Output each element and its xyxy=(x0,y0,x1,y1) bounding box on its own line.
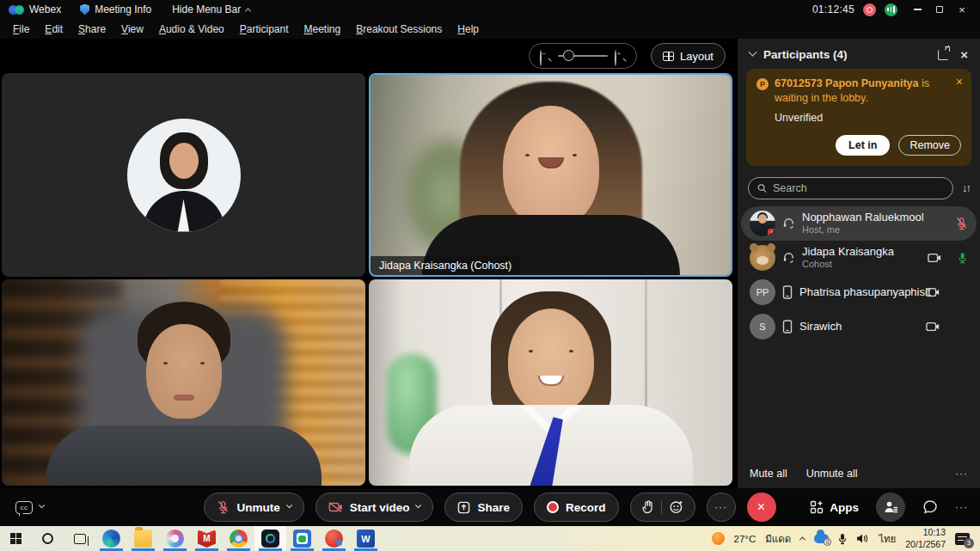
closed-captions-icon: cc xyxy=(15,501,33,514)
participant-role: Host, me xyxy=(802,224,924,236)
reactions-button[interactable] xyxy=(662,500,691,514)
more-panels-icon[interactable]: ··· xyxy=(955,501,968,513)
video-tile-sirawich[interactable] xyxy=(2,279,365,486)
menu-view[interactable]: View xyxy=(113,21,151,38)
popout-panel-icon[interactable] xyxy=(938,50,948,60)
weather-sun-icon[interactable] xyxy=(712,532,725,545)
collapse-panel-icon[interactable] xyxy=(749,48,757,57)
chevron-down-icon[interactable] xyxy=(39,502,45,508)
line-app-icon xyxy=(293,530,311,548)
taskbar-line[interactable] xyxy=(286,526,318,551)
participant-row-jidapa[interactable]: Jidapa Kraisangka Cohost xyxy=(741,241,977,275)
mute-all-button[interactable]: Mute all xyxy=(750,468,787,480)
unmute-button[interactable]: Unmute xyxy=(204,493,303,522)
tray-mic-icon[interactable] xyxy=(838,533,847,545)
avatar: PP xyxy=(750,279,775,305)
more-options-icon: ··· xyxy=(714,501,727,513)
maximize-button[interactable] xyxy=(928,0,951,19)
mic-active-icon[interactable] xyxy=(957,251,968,265)
leave-meeting-button[interactable]: × xyxy=(747,493,776,522)
search-icon xyxy=(757,183,767,193)
record-button[interactable]: Record xyxy=(534,493,619,522)
layout-label: Layout xyxy=(680,50,714,63)
app-title: Webex xyxy=(29,3,61,15)
apps-grid-icon xyxy=(810,500,824,514)
share-button[interactable]: Share xyxy=(444,493,523,522)
video-tile-jidapa-active[interactable]: Jidapa Kraisangka (Cohost) xyxy=(369,73,732,277)
participant-row-phatrisa[interactable]: PP Phatrisa phasupanyaphisit xyxy=(741,275,977,309)
action-center-icon[interactable]: 3 xyxy=(955,533,970,545)
taskbar-chrome[interactable] xyxy=(223,526,254,551)
camera-on-icon[interactable] xyxy=(926,287,940,297)
search-box[interactable] xyxy=(748,177,953,199)
tray-date: 20/1/2567 xyxy=(905,539,946,549)
recording-indicator-icon[interactable] xyxy=(863,3,876,16)
taskbar-edge[interactable] xyxy=(95,526,127,551)
menu-edit[interactable]: Edit xyxy=(37,21,70,38)
menu-breakout-sessions[interactable]: Breakout Sessions xyxy=(348,21,450,38)
dismiss-lobby-icon[interactable]: × xyxy=(956,76,963,88)
start-button[interactable] xyxy=(0,526,32,551)
zoom-slider-knob[interactable] xyxy=(563,50,574,61)
video-tile-phatrisa[interactable] xyxy=(369,279,732,486)
zoom-slider-track[interactable] xyxy=(558,55,608,57)
taskbar-paint[interactable] xyxy=(159,526,191,551)
lobby-user-icon: P xyxy=(756,78,769,90)
record-icon xyxy=(547,501,559,513)
camera-on-icon[interactable] xyxy=(928,253,941,263)
participants-toggle-button[interactable] xyxy=(876,493,905,522)
participant-row-sirawich[interactable]: S Sirawich xyxy=(741,309,977,344)
menu-audio-video[interactable]: Audio & Video xyxy=(151,21,232,38)
close-panel-icon[interactable]: × xyxy=(960,48,968,61)
unmute-all-button[interactable]: Unmute all xyxy=(806,468,858,480)
clock[interactable]: 10:13 20/1/2567 xyxy=(905,527,946,549)
apps-button[interactable]: Apps xyxy=(810,500,859,514)
weather-temp[interactable]: 27°C xyxy=(734,534,756,544)
apps-label: Apps xyxy=(830,501,859,514)
mic-options-chevron-icon[interactable] xyxy=(286,502,292,508)
menu-help[interactable]: Help xyxy=(450,21,487,38)
panel-more-options-icon[interactable]: ··· xyxy=(955,468,968,480)
raise-hand-button[interactable] xyxy=(634,500,661,514)
zoom-out-icon[interactable]: − xyxy=(540,51,551,62)
start-video-button[interactable]: Start video xyxy=(315,493,434,522)
taskbar-file-explorer[interactable] xyxy=(127,526,159,551)
minimize-button[interactable] xyxy=(906,0,928,19)
menu-meeting[interactable]: Meeting xyxy=(297,21,349,38)
menu-participant[interactable]: Participant xyxy=(232,21,297,38)
remove-button[interactable]: Remove xyxy=(898,135,961,156)
tray-overflow-chevron-icon[interactable] xyxy=(799,536,805,542)
let-in-button[interactable]: Let in xyxy=(836,135,890,156)
taskbar-word[interactable]: W xyxy=(350,526,382,551)
sort-icon[interactable]: ↓↑ xyxy=(962,181,970,194)
menu-share[interactable]: Share xyxy=(70,21,113,38)
zoom-slider-control[interactable]: − + xyxy=(529,43,637,69)
zoom-in-icon[interactable]: + xyxy=(615,51,626,62)
mic-muted-icon[interactable] xyxy=(955,217,968,230)
weather-desc[interactable]: มีแดด xyxy=(765,531,791,547)
chat-button[interactable] xyxy=(922,499,938,515)
onedrive-icon[interactable]: 0 xyxy=(814,534,829,543)
closed-captions-button[interactable]: cc xyxy=(15,501,44,514)
menu-file[interactable]: File xyxy=(5,21,37,38)
taskbar-webex-active[interactable] xyxy=(254,526,286,551)
taskbar-red-app[interactable] xyxy=(318,526,350,551)
search-taskbar-button[interactable] xyxy=(32,526,64,551)
task-view-button[interactable] xyxy=(64,526,95,551)
more-options-button[interactable]: ··· xyxy=(707,493,736,522)
camera-on-icon[interactable] xyxy=(926,321,940,332)
lobby-status: Unverified xyxy=(775,112,961,124)
search-input[interactable] xyxy=(773,182,944,194)
hide-menu-bar-button[interactable]: Hide Menu Bar xyxy=(162,0,260,19)
video-options-chevron-icon[interactable] xyxy=(415,502,421,508)
connection-quality-icon[interactable] xyxy=(885,3,897,16)
video-tile-nopphawan[interactable] xyxy=(2,73,365,277)
volume-icon[interactable] xyxy=(856,533,869,544)
meeting-info-button[interactable]: Meeting Info xyxy=(70,0,162,19)
layout-button[interactable]: Layout xyxy=(651,43,726,69)
close-window-button[interactable]: × xyxy=(951,0,973,19)
language-indicator[interactable]: ไทย xyxy=(879,531,896,547)
reactions-group xyxy=(630,493,695,522)
taskbar-mcafee[interactable]: M xyxy=(191,526,223,551)
participant-row-nopphawan[interactable]: Nopphawan Raluekmool Host, me xyxy=(741,206,977,241)
